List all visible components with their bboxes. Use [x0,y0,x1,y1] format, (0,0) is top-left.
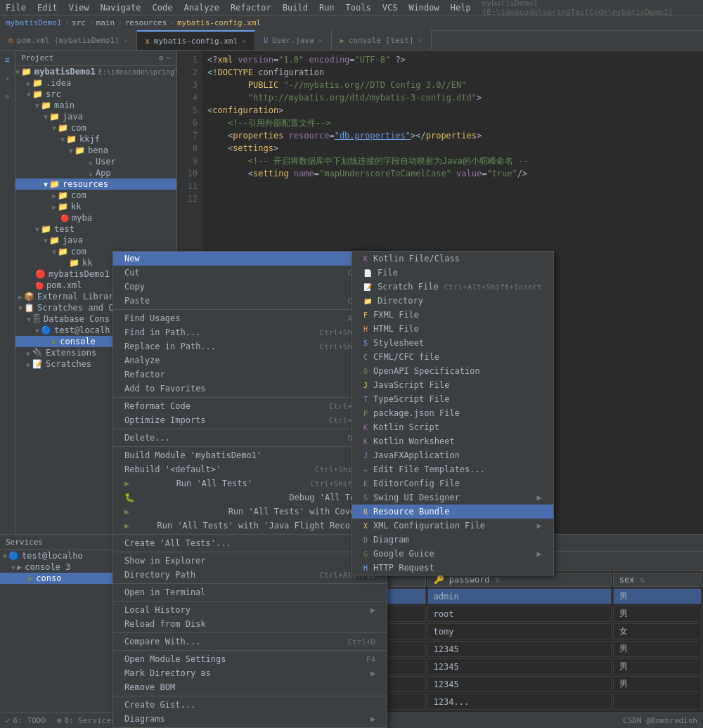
ctx-run-flight[interactable]: ▶ Run 'All Tests' with 'Java Flight Reco… [113,519,387,533]
ctx-module-settings[interactable]: Open Module Settings F4 [113,652,387,666]
breadcrumb-resources[interactable]: resources [125,18,167,27]
sub-fxml[interactable]: F FXML File [352,308,553,322]
menu-build[interactable]: Build [277,1,314,14]
tree-item-myba[interactable]: 🔴 myba [15,212,176,223]
ctx-open-terminal[interactable]: Open in Terminal [113,585,387,599]
menu-window[interactable]: Window [403,1,444,14]
tree-item-java[interactable]: ▼ 📁 java [15,111,176,122]
sub-html[interactable]: H HTML File [352,322,553,336]
sub-kotlin-class[interactable]: K Kotlin File/Class [352,252,553,266]
db-col-pw-sort[interactable]: ⇅ [495,575,500,585]
ctx-run-coverage[interactable]: ▶ Run 'All Tests' with Coverage [113,505,387,519]
tab-mybatis-close[interactable]: ✕ [242,37,246,45]
ctx-run-tests[interactable]: ▶ Run 'All Tests' Ctrl+Shift+F10 [113,476,387,490]
menu-help[interactable]: Help [445,1,477,14]
sub-cfml[interactable]: C CFML/CFC file [352,350,553,364]
sidebar-favorites-icon[interactable]: ★ [0,70,15,86]
sub-editor-config[interactable]: E EditorConfig File [352,476,553,490]
tab-console-close[interactable]: ✕ [418,37,422,44]
ctx-reload-disk[interactable]: Reload from Disk [113,617,387,631]
db-col-sex-sort[interactable]: ⇅ [640,575,645,585]
sub-ts[interactable]: T TypeScript File [352,392,553,406]
sub-guice[interactable]: G Google Guice ▶ [352,547,553,561]
project-minimize-icon[interactable]: − [166,53,171,63]
ctx-diagrams[interactable]: Diagrams ▶ [113,712,387,726]
tree-item-kkjf[interactable]: ▼ 📁 kkjf [15,134,176,145]
ctx-mark-dir[interactable]: Mark Directory as ▶ [113,666,387,680]
sub-resource-bundle[interactable]: R Resource Bundle [352,505,553,519]
ctx-paste[interactable]: Paste Ctrl+V [113,294,387,308]
ctx-dir-path[interactable]: Directory Path Ctrl+Alt+F12 [113,568,387,582]
menu-file[interactable]: File [0,1,32,14]
ctx-optimize-imports[interactable]: Optimize Imports Ctrl+Alt+O [113,413,387,427]
status-services[interactable]: ⊞ 8: Services [57,716,115,725]
ctx-show-explorer[interactable]: Show in Explorer [113,554,387,568]
menu-tools[interactable]: Tools [340,1,377,14]
ctx-find-usages[interactable]: Find Usages Alt+F7 [113,311,387,325]
tree-item-app[interactable]: ☕ App [15,167,176,178]
tree-item-com2[interactable]: ▶ 📁 com [15,190,176,201]
menu-edit[interactable]: Edit [32,1,63,14]
tree-item-java2[interactable]: ▼ 📁 java [15,235,176,246]
tab-pom-xml[interactable]: m pom.xml (mybatisDemo1) ✕ [0,30,137,50]
ctx-rebuild[interactable]: Rebuild '<default>' Ctrl+Shift+F9 [113,462,387,476]
breadcrumb-file[interactable]: mybatis-config.xml [177,18,261,27]
tab-user-close[interactable]: ✕ [318,37,323,44]
breadcrumb-main[interactable]: main [96,18,115,27]
sub-pkg-json[interactable]: P package.json File [352,406,553,420]
tab-pom-close[interactable]: ✕ [124,37,128,44]
ctx-remove-bom[interactable]: Remove BOM [113,680,387,694]
sub-http[interactable]: H HTTP Request [352,561,553,575]
tree-item-main[interactable]: ▼ 📁 main [15,100,176,111]
ctx-replace-path[interactable]: Replace in Path... Ctrl+Shift+R [113,339,387,353]
menu-code[interactable]: Code [147,1,179,14]
ctx-analyze[interactable]: Analyze ▶ [113,353,387,368]
ctx-create-tests[interactable]: Create 'All Tests'... [113,536,387,550]
ctx-find-path[interactable]: Find in Path... Ctrl+Shift+F [113,325,387,339]
ctx-copy[interactable]: Copy [113,280,387,294]
menu-analyze[interactable]: Analyze [178,1,225,14]
tree-item-bena[interactable]: ▼ 📁 bena [15,145,176,156]
sub-diagram[interactable]: D Diagram [352,533,553,547]
menu-run[interactable]: Run [314,1,340,14]
tree-item-com[interactable]: ▼ 📁 com [15,122,176,134]
ctx-create-gist[interactable]: Create Gist... [113,698,387,712]
breadcrumb-project[interactable]: mybatisDemo1 [6,18,61,27]
tree-item-resources[interactable]: ▼ 📁 resources [15,178,176,190]
tab-user-java[interactable]: U User.java ✕ [255,30,332,50]
menu-view[interactable]: View [63,1,95,14]
tree-item-src[interactable]: ▼ 📁 src [15,89,176,100]
tree-item-kk[interactable]: ▶ 📁 kk [15,201,176,212]
ctx-cut[interactable]: Cut Ctrl+X [113,266,387,280]
project-gear-icon[interactable]: ⚙ [159,53,164,63]
sub-scratch-file[interactable]: 📝 Scratch File Ctrl+Alt+Shift+Insert [352,280,553,294]
sub-kotlin-script[interactable]: K Kotlin Script [352,420,553,434]
tree-item-idea[interactable]: ▶ 📁 .idea [15,77,176,89]
tree-item-user[interactable]: ☕ User [15,156,176,167]
sub-javafx[interactable]: J JavaFXApplication [352,448,553,462]
tab-console[interactable]: ▶ console [test] ✕ [332,30,432,50]
ctx-new[interactable]: New ▶ [113,252,387,266]
ctx-refactor[interactable]: Refactor ▶ [113,368,387,382]
menu-vcs[interactable]: VCS [377,1,404,14]
ctx-add-favorites[interactable]: Add to Favorites ▶ [113,382,387,396]
sub-edit-templates[interactable]: ✏ Edit File Templates... [352,462,553,476]
sub-openapi[interactable]: O OpenAPI Specification [352,364,553,378]
status-todo[interactable]: ✓ 6: TODO [6,716,46,725]
sub-xml-config[interactable]: X XML Configuration File ▶ [352,519,553,533]
ctx-build-module[interactable]: Build Module 'mybatisDemo1' [113,448,387,462]
sub-swing[interactable]: S Swing UI Designer ▶ [352,490,553,505]
sub-directory[interactable]: 📁 Directory [352,294,553,308]
ctx-compare[interactable]: Compare With... Ctrl+D [113,635,387,649]
ctx-delete[interactable]: Delete... Delete [113,431,387,445]
sub-kotlin-worksheet[interactable]: K Kotlin Worksheet [352,434,553,448]
ctx-debug-tests[interactable]: 🐛 Debug 'All Tests' [113,490,387,505]
sidebar-bookmark-icon[interactable]: ⊕ [0,89,15,104]
ctx-local-history[interactable]: Local History ▶ [113,603,387,617]
tab-mybatis-config[interactable]: x mybatis-config.xml ✕ [137,30,255,50]
breadcrumb-src[interactable]: src [72,18,86,27]
tree-item-test[interactable]: ▼ 📁 test [15,223,176,235]
sidebar-structure-icon[interactable]: ≡ [0,52,15,67]
menu-refactor[interactable]: Refactor [225,1,277,14]
sub-js[interactable]: J JavaScript File [352,378,553,392]
